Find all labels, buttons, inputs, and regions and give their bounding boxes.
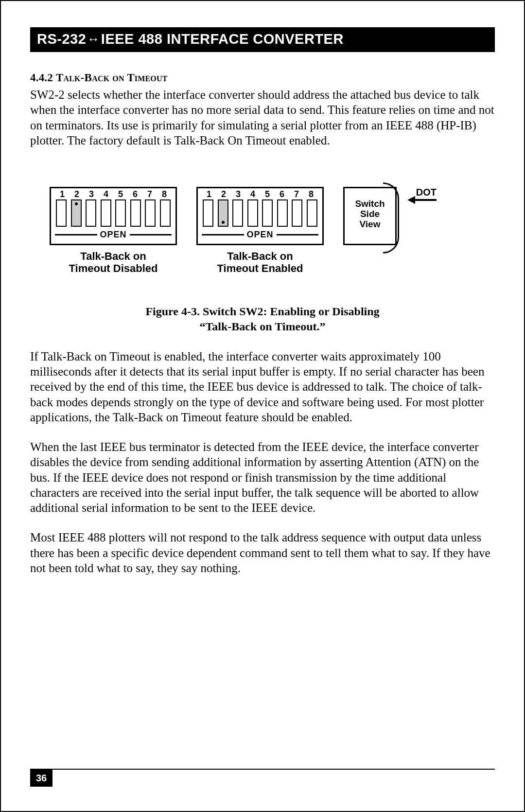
- dip-sw-3: [86, 199, 96, 227]
- dip-caption: Talk-Back on Timeout Enabled: [196, 250, 324, 275]
- dip-sw-4: [101, 199, 111, 227]
- footer-rule: [30, 769, 495, 770]
- page-footer: 36: [1, 769, 524, 787]
- dip-sw-8: [307, 199, 317, 227]
- dip-sw-7: [145, 199, 156, 227]
- dip-box: 1 2 3 4 5 6 7 8: [50, 187, 177, 245]
- dip-caption-line: Talk-Back on: [196, 250, 324, 262]
- dot-icon: [75, 202, 78, 205]
- dip-num: 1: [203, 189, 215, 199]
- dip-num: 3: [85, 189, 98, 199]
- dip-sw-5: [115, 199, 126, 227]
- open-label-row: OPEN: [55, 230, 172, 240]
- figure-caption-line: Figure 4-3. Switch SW2: Enabling or Disa…: [30, 304, 495, 319]
- dip-num: 7: [290, 189, 303, 199]
- dip-num: 6: [129, 189, 141, 199]
- switch-sideview-box: Switch Side View: [343, 187, 397, 245]
- dip-num: 5: [261, 189, 274, 199]
- sideview-curve-icon: [383, 182, 399, 253]
- page-header: RS-232 ↔ IEEE 488 INTERFACE CONVERTER: [30, 27, 495, 52]
- dip-sw-1: [56, 199, 67, 227]
- dip-sw-4: [247, 199, 258, 227]
- dip-num: 3: [232, 189, 245, 199]
- section-title: Talk-Back on Timeout: [56, 72, 168, 84]
- dip-sw-3: [232, 199, 243, 227]
- dip-num: 2: [70, 189, 83, 199]
- section-heading: 4.4.2 Talk-Back on Timeout: [30, 72, 495, 84]
- rule-line: [277, 234, 319, 235]
- page: RS-232 ↔ IEEE 488 INTERFACE CONVERTER 4.…: [0, 0, 525, 812]
- dip-switch-enabled: 1 2 3 4 5 6 7 8: [196, 187, 324, 275]
- dip-sw-6: [130, 199, 141, 227]
- dip-caption-line: Talk-Back on: [50, 250, 177, 262]
- dip-sw-6: [277, 199, 288, 227]
- bidirectional-arrow-icon: ↔: [86, 32, 101, 47]
- dip-num: 5: [114, 189, 127, 199]
- dip-switch-row: [55, 199, 172, 227]
- dip-sw-8: [160, 199, 171, 227]
- paragraph-1: SW2-2 selects whether the interface conv…: [30, 87, 495, 148]
- figure-caption: Figure 4-3. Switch SW2: Enabling or Disa…: [30, 304, 495, 334]
- dip-num: 1: [56, 189, 69, 199]
- dip-sw-2: [218, 199, 228, 227]
- dip-switch-disabled: 1 2 3 4 5 6 7 8: [50, 187, 177, 275]
- section-number: 4.4.2: [30, 72, 53, 84]
- dip-caption-line: Timeout Enabled: [196, 262, 324, 274]
- dip-num: 6: [276, 189, 288, 199]
- header-right: IEEE 488 INTERFACE CONVERTER: [101, 31, 344, 47]
- dip-num: 4: [246, 189, 259, 199]
- dip-sw-7: [292, 199, 302, 227]
- sideview-group: Switch Side View DOT: [343, 187, 437, 245]
- paragraph-4: Most IEEE 488 plotters will not respond …: [30, 530, 495, 576]
- dip-num: 2: [217, 189, 230, 199]
- dip-sw-1: [203, 199, 213, 227]
- figure-caption-line: “Talk-Back on Timeout.”: [30, 319, 495, 334]
- dip-num: 8: [305, 189, 317, 199]
- dip-num: 4: [100, 189, 112, 199]
- open-label-row: OPEN: [202, 230, 318, 240]
- rule-line: [130, 234, 172, 235]
- dip-box: 1 2 3 4 5 6 7 8: [196, 187, 324, 245]
- page-number: 36: [30, 770, 52, 787]
- dip-number-row: 1 2 3 4 5 6 7 8: [202, 189, 318, 199]
- dip-caption: Talk-Back on Timeout Disabled: [50, 250, 177, 275]
- left-arrow-icon: [407, 199, 437, 201]
- dot-label-col: DOT: [400, 187, 437, 201]
- dip-caption-line: Timeout Disabled: [50, 262, 177, 274]
- dip-switch-diagram: 1 2 3 4 5 6 7 8: [30, 187, 495, 275]
- open-label: OPEN: [247, 230, 274, 240]
- dip-switch-row: [202, 199, 318, 227]
- dip-sw-5: [262, 199, 273, 227]
- dot-label: DOT: [400, 187, 437, 198]
- dip-num: 8: [158, 189, 171, 199]
- dot-icon: [222, 221, 225, 224]
- dip-num: 7: [143, 189, 156, 199]
- open-label: OPEN: [100, 230, 127, 240]
- dip-sw-2: [71, 199, 82, 227]
- rule-line: [202, 234, 244, 235]
- dip-number-row: 1 2 3 4 5 6 7 8: [55, 189, 172, 199]
- paragraph-3: When the last IEEE bus terminator is det…: [30, 439, 495, 515]
- header-left: RS-232: [37, 31, 86, 47]
- rule-line: [55, 234, 97, 235]
- paragraph-2: If Talk-Back on Timeout is enabled, the …: [30, 349, 495, 425]
